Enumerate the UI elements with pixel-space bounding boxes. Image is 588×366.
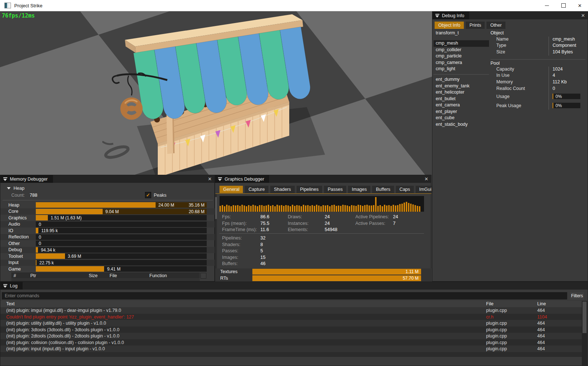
list-item-cmp_particle[interactable]: cmp_particle	[434, 53, 489, 60]
table-scroll-handle[interactable]	[201, 273, 206, 279]
panel-title: Memory Debugger	[10, 177, 48, 182]
memory-bar-fill	[36, 209, 103, 214]
memory-bar-row: Input22.75 k	[0, 260, 215, 266]
tab-images[interactable]: Images	[348, 186, 370, 193]
histogram-bar	[292, 205, 293, 212]
list-item-ent_helicopter[interactable]: ent_helicopter	[434, 89, 489, 96]
list-item-ent_player[interactable]: ent_player	[434, 109, 489, 115]
log-file: plugin.cpp	[486, 321, 507, 326]
close-icon[interactable]: ✕	[581, 13, 585, 18]
memory-bar-row: Audio0	[0, 221, 215, 228]
collapse-icon[interactable]	[218, 177, 222, 181]
memory-bar-value: 9.41 M	[107, 267, 121, 272]
list-item-ent_enemy_tank[interactable]: ent_enemy_tank	[434, 83, 489, 90]
list-item-cmp_camera[interactable]: cmp_camera	[434, 60, 489, 66]
memory-bar-row: Other0	[0, 240, 215, 247]
pool-bar-row: Usage0%	[490, 92, 585, 101]
close-icon[interactable]: ✕	[208, 176, 212, 182]
list-item-ent_dummy[interactable]: ent_dummy	[434, 76, 489, 83]
property-row: Memory112 Kb	[490, 79, 585, 85]
close-window-button[interactable]: ✕	[572, 0, 588, 11]
property-label: Realloc Count	[490, 86, 548, 91]
histogram-bar	[415, 205, 416, 212]
property-value: 0	[548, 86, 555, 91]
log-row[interactable]: (init) plugin: imgui (imgui.dll) - dear-…	[0, 307, 582, 314]
log-row[interactable]: (init) plugin: input (input.dll) - input…	[0, 346, 582, 352]
tab-passes[interactable]: Passes	[324, 186, 346, 193]
tab-capture[interactable]: Capture	[245, 186, 268, 193]
resource-stat-item: Shaders:8	[222, 242, 288, 248]
histogram-bar	[327, 205, 328, 212]
log-row[interactable]: (init) plugin: 2dtools (2dtools.dll) - 2…	[0, 333, 582, 339]
list-item-cmp_collider[interactable]: cmp_collider	[434, 47, 489, 53]
histogram-bar	[312, 205, 313, 212]
property-row: TypeComponent	[490, 42, 585, 49]
list-item-ent_cube[interactable]: ent_cube	[434, 115, 489, 121]
tab-shaders[interactable]: Shaders	[270, 186, 295, 193]
memory-category-label: Audio	[0, 222, 36, 227]
heap-section-header[interactable]: Heap	[7, 186, 24, 191]
filters-button[interactable]: Filters	[570, 292, 584, 299]
collapse-icon[interactable]	[3, 284, 7, 288]
histogram-bar	[279, 205, 280, 212]
list-item-ent_static_body[interactable]: ent_static_body	[434, 121, 489, 128]
component-list: cmp_meshcmp_collidercmp_particlecmp_came…	[434, 40, 489, 72]
histogram-bar	[259, 205, 260, 212]
tab-caps[interactable]: Caps	[396, 186, 414, 193]
log-row[interactable]: (init) plugin: 3dtools (3dtools.dll) - 3…	[0, 327, 582, 333]
tab-general[interactable]: General	[219, 186, 243, 193]
debug-info-header[interactable]: Debug Info ✕	[432, 12, 588, 19]
tab-object-info[interactable]: Object Info	[435, 22, 464, 29]
property-label: Name	[490, 37, 548, 42]
collapse-icon[interactable]	[3, 177, 7, 181]
scrollbar-thumb[interactable]	[583, 302, 587, 333]
collapse-icon[interactable]	[435, 14, 439, 18]
tab-buffers[interactable]: Buffers	[372, 186, 394, 193]
graphics-debugger-panel: Graphics Debugger ✕ GeneralCaptureShader…	[215, 175, 431, 282]
graphics-debugger-header[interactable]: Graphics Debugger ✕	[215, 175, 431, 183]
list-item-ent_camera[interactable]: ent_camera	[434, 102, 489, 109]
histogram-bar	[325, 205, 326, 212]
histogram-bar	[408, 203, 409, 212]
peaks-checkbox[interactable]: ✓	[145, 192, 151, 198]
property-value: Component	[548, 43, 576, 48]
memory-debugger-header[interactable]: Memory Debugger ✕	[0, 175, 214, 183]
stat-label: Fps:	[222, 214, 231, 219]
list-item-cmp_light[interactable]: cmp_light	[434, 66, 489, 72]
histogram-bar	[294, 206, 295, 212]
histogram-bar	[320, 206, 322, 212]
list-item-transform_t[interactable]: transform_t	[434, 30, 489, 37]
peaks-toggle[interactable]: ✓ Peaks	[145, 192, 167, 198]
memory-category-label: Input	[0, 260, 36, 265]
resource-bar-row: RTs57.70 M	[215, 275, 432, 282]
minimize-button[interactable]	[539, 0, 555, 11]
memory-bar-fill	[36, 253, 65, 259]
histogram-bar	[329, 206, 331, 212]
log-text: Couldn't find plugin entry point 'rizz_p…	[6, 314, 134, 320]
list-item-cmp_mesh[interactable]: cmp_mesh	[434, 40, 489, 47]
histogram-bar	[290, 206, 291, 212]
histogram-bar	[239, 206, 241, 212]
table-header-Function: Function	[147, 273, 200, 278]
log-panel: Log Filters Text File Line (init) plugin…	[0, 282, 588, 366]
log-scrollbar[interactable]	[582, 301, 587, 366]
close-icon[interactable]: ✕	[424, 176, 428, 182]
memory-bar: 9.41 M	[36, 266, 207, 272]
command-input[interactable]	[2, 292, 567, 299]
stat-item: Draws:24	[288, 214, 354, 220]
tab-prints[interactable]: Prints	[466, 22, 485, 29]
list-item-ent_bullet[interactable]: ent_bullet	[434, 96, 489, 102]
memory-bar-fill	[36, 228, 38, 233]
tab-pipelines[interactable]: Pipelines	[297, 186, 322, 193]
log-header[interactable]: Log	[0, 282, 588, 290]
maximize-button[interactable]	[555, 0, 572, 11]
log-row[interactable]: Couldn't find plugin entry point 'rizz_p…	[0, 314, 582, 320]
tab-other[interactable]: Other	[486, 22, 505, 29]
stat-item: Active Pipelines:24	[355, 214, 421, 220]
log-row[interactable]: (init) plugin: utility (utility.dll) - u…	[0, 320, 582, 327]
table-header-num: #	[11, 273, 28, 278]
histogram-bar	[224, 206, 225, 212]
property-row: Capacity1024	[490, 66, 585, 72]
histogram-bar	[255, 205, 256, 212]
log-row[interactable]: (init) plugin: collision (collision.dll)…	[0, 339, 582, 346]
